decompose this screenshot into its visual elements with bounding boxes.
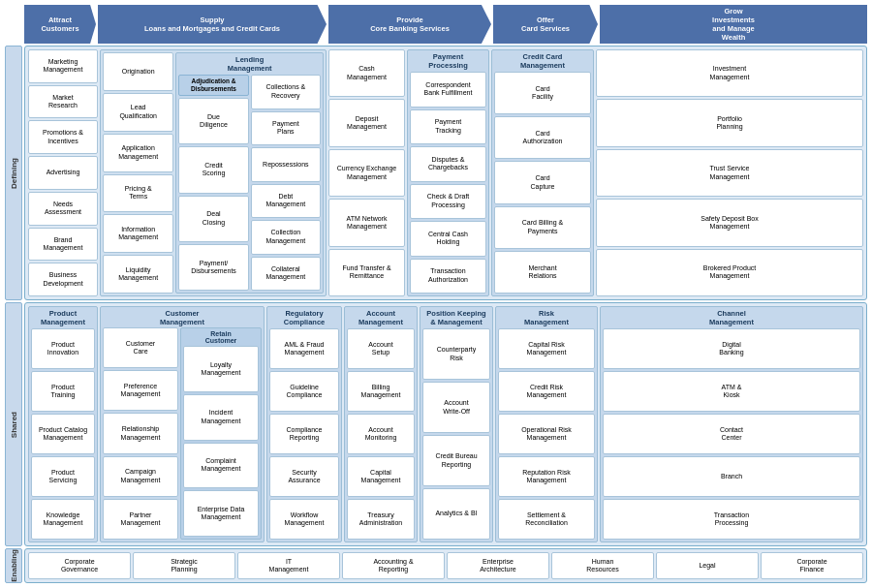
box: TreasuryAdministration [347,499,415,540]
header-grow: Grow Investments and Manage Wealth [600,5,867,44]
box-enabling: CorporateGovernance [28,552,131,579]
shared-position-col: Position Keeping& Management Counterpart… [420,306,493,542]
shared-product-col: ProductManagement ProductInnovation Prod… [28,306,98,542]
box: BrandManagement [28,228,98,262]
shared-channel-col: ChannelManagement DigitalBanking ATM &Ki… [600,306,863,542]
box: DepositManagement [328,99,405,146]
box: CollectionManagement [251,220,321,255]
box: Pricing &Terms [103,174,173,213]
label-enabling: Enabling [5,548,22,583]
box: CustomerCare [103,327,178,368]
header-attract: Attract Customers [24,5,96,44]
retain-title: RetainCustomer [183,330,259,344]
shared-customer-col: CustomerManagement CustomerCare Preferen… [100,306,265,542]
customer-mgmt-title: CustomerManagement [103,309,262,326]
box: Repossessions [251,147,321,182]
box: PortfolioPlanning [596,99,863,146]
box: PaymentPlans [251,111,321,146]
box: CardFacility [494,72,591,114]
box-branch: Branch [603,456,860,497]
box: Disputes &Chargebacks [410,146,486,182]
box: CapitalManagement [347,456,415,497]
box: TransactionAuthorization [410,259,486,294]
box-enabling: Legal [656,552,759,579]
box: Check & DraftProcessing [410,184,486,220]
box: Brokered ProductManagement [596,249,863,296]
box: Reputation RiskManagement [498,456,595,497]
box: Currency ExchangeManagement [328,149,405,197]
box-header: Adjudication &Disbursements [178,75,248,96]
shared-risk-col: RiskManagement Capital RiskManagement Cr… [495,306,598,542]
lending-mgmt-title: LendingManagement [178,55,321,73]
box-enabling: Accounting &Reporting [342,552,445,579]
enabling-row: CorporateGovernance StrategicPlanning IT… [24,548,867,583]
defining-provide-col: CashManagement DepositManagement Currenc… [328,49,489,296]
box: MarketResearch [28,85,98,119]
box: InformationManagement [103,214,173,253]
box: DealClosing [178,196,248,242]
box: ProductInnovation [31,328,95,369]
box-enabling: StrategicPlanning [133,552,235,579]
box: ATM &Kiosk [603,371,860,412]
box: Card Billing &Payments [494,206,591,249]
box-enabling: CorporateFinance [761,552,863,579]
box: ContactCenter [603,414,860,454]
box: CashManagement [328,49,405,97]
box: Credit RiskManagement [498,371,595,412]
box: LiquidityManagement [103,255,173,294]
box: MarketingManagement [28,49,98,83]
box: Enterprise DataManagement [183,490,259,537]
box: Analytics & BI [422,488,490,540]
header-offer: Offer Card Services [493,5,598,44]
regulatory-title: RegulatoryCompliance [269,309,339,326]
box-enabling: EnterpriseArchitecture [447,552,549,579]
box: Capital RiskManagement [498,328,595,369]
box: Product CatalogManagement [31,414,95,454]
product-mgmt-title: ProductManagement [31,309,95,326]
box: PreferenceManagement [103,370,178,411]
box: ProductTraining [31,371,95,412]
box-enabling: ITManagement [237,552,340,579]
box: DigitalBanking [603,328,860,369]
box: KnowledgeManagement [31,499,95,540]
defining-offer-col: Credit CardManagement CardFacility CardA… [491,49,594,296]
box: IncidentManagement [183,394,259,441]
box: MerchantRelations [494,251,591,294]
box: ATM NetworkManagement [328,199,405,246]
box: AML & FraudManagement [269,328,339,369]
channel-title: ChannelManagement [603,309,860,326]
box: BillingManagement [347,371,415,412]
defining-row: MarketingManagement MarketResearch Promo… [24,46,867,300]
label-defining: Defining [5,46,22,300]
box: RelationshipManagement [103,413,178,453]
box: Trust ServiceManagement [596,149,863,197]
box: Collections &Recovery [251,75,321,109]
box: Payment/Disbursements [178,244,248,291]
box: GuidelineCompliance [269,371,339,412]
header-provide: Provide Core Banking Services [328,5,491,44]
box: InvestmentManagement [596,49,863,97]
box: CreditScoring [178,146,248,193]
box: Advertising [28,156,98,190]
box-enabling: HumanResources [551,552,654,579]
shared-row: ProductManagement ProductInnovation Prod… [24,302,867,546]
box: AccountMonitoring [347,414,415,454]
box: AccountWrite-Off [422,382,490,433]
box: Credit BureauReporting [422,435,490,486]
box: TransactionProcessing [603,499,860,540]
defining-grow-col: InvestmentManagement PortfolioPlanning T… [596,49,863,296]
box: LoyaltyManagement [183,346,259,392]
box: BusinessDevelopment [28,263,98,296]
box: Safety Deposit BoxManagement [596,199,863,246]
box: CorrespondentBank Fulfillment [410,72,486,108]
box: Central CashHolding [410,221,486,257]
box: PaymentTracking [410,109,486,145]
box: ComplianceReporting [269,414,339,454]
box: WorkflowManagement [269,499,339,540]
box: CardAuthorization [494,116,591,159]
box: CardCapture [494,161,591,203]
shared-regulatory-col: RegulatoryCompliance AML & FraudManageme… [266,306,342,542]
credit-card-title: Credit CardManagement [494,52,591,70]
box: DebtManagement [251,184,321,219]
box: LeadQualification [103,93,173,132]
